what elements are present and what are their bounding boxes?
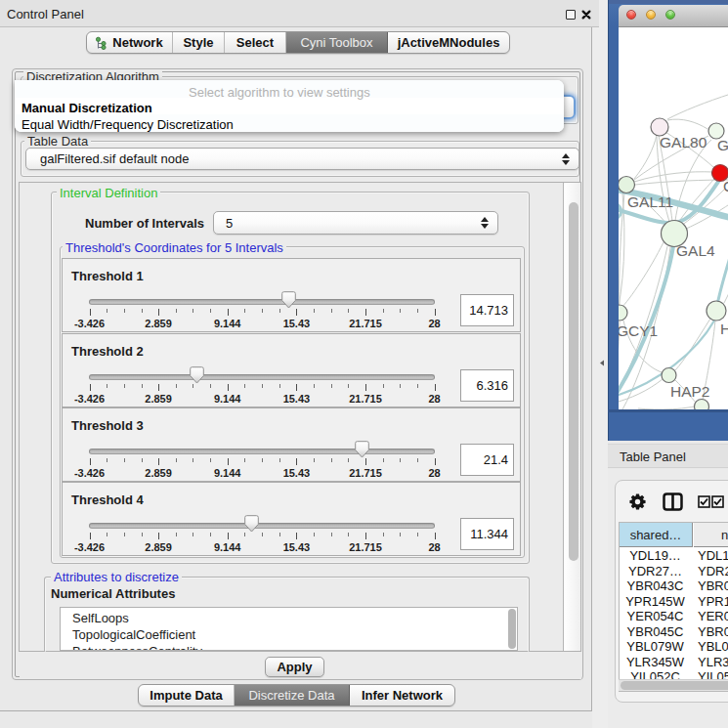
svg-text:H: H — [720, 321, 728, 337]
svg-text:GAL11: GAL11 — [627, 193, 673, 210]
svg-text:GAL80: GAL80 — [660, 134, 707, 150]
svg-text:GA: GA — [717, 137, 728, 153]
svg-text:GCY1: GCY1 — [619, 322, 658, 339]
svg-text:C: C — [723, 178, 728, 194]
svg-text:HAP2: HAP2 — [670, 383, 710, 400]
svg-text:GAL4: GAL4 — [676, 242, 715, 259]
